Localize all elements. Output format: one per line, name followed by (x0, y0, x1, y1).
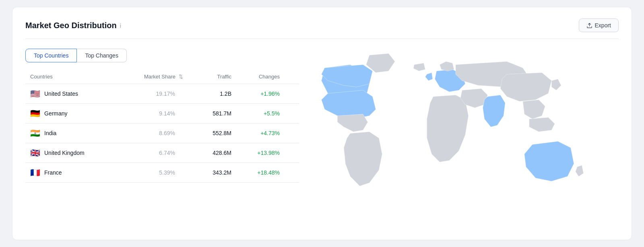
table-row: 🇫🇷 France 5.39% 343.2M +18.48% (25, 163, 299, 183)
col-market-share: Market Share ⇅ (111, 74, 183, 80)
export-label: Export (595, 22, 611, 29)
country-name: France (44, 169, 62, 176)
traffic-value: 343.2M (183, 169, 231, 176)
col-countries: Countries (30, 74, 111, 80)
traffic-value: 581.7M (183, 110, 231, 117)
country-cell: 🇺🇸 United States (30, 90, 111, 98)
left-panel: Top Countries Top Changes Countries Mark… (25, 49, 299, 208)
card-title: Market Geo Distribution (25, 21, 117, 30)
change-value: +1.96% (231, 91, 280, 97)
change-value: +4.73% (231, 130, 280, 136)
change-value: +5.5% (231, 110, 280, 117)
world-map-panel (299, 49, 619, 208)
market-share-value: 5.39% (111, 169, 183, 176)
traffic-value: 428.6M (183, 150, 231, 156)
title-area: Market Geo Distribution i (25, 21, 121, 30)
table-row: 🇺🇸 United States 19.17% 1.2B +1.96% (25, 84, 299, 103)
traffic-value: 552.8M (183, 130, 231, 136)
country-cell: 🇮🇳 India (30, 129, 111, 137)
country-name: Germany (44, 110, 68, 117)
country-cell: 🇫🇷 France (30, 169, 111, 177)
market-share-value: 6.74% (111, 150, 183, 156)
tab-top-changes[interactable]: Top Changes (77, 49, 127, 62)
country-cell: 🇩🇪 Germany (30, 109, 111, 117)
table-row: 🇮🇳 India 8.69% 552.8M +4.73% (25, 123, 299, 143)
world-map (299, 49, 619, 208)
change-value: +18.48% (231, 169, 280, 176)
info-icon[interactable]: i (120, 22, 121, 29)
market-geo-distribution-card: Market Geo Distribution i Export Top Cou… (12, 7, 632, 240)
filter-icon[interactable]: ⇅ (179, 74, 183, 80)
country-cell: 🇬🇧 United Kingdom (30, 149, 111, 157)
table-body: 🇺🇸 United States 19.17% 1.2B +1.96% 🇩🇪 G… (25, 84, 299, 183)
country-name: United Kingdom (44, 150, 85, 156)
flag-fr: 🇫🇷 (30, 169, 40, 177)
table-row: 🇬🇧 United Kingdom 6.74% 428.6M +13.98% (25, 143, 299, 163)
export-button[interactable]: Export (579, 19, 619, 32)
market-share-value: 8.69% (111, 130, 183, 136)
market-share-value: 19.17% (111, 91, 183, 97)
market-share-value: 9.14% (111, 110, 183, 117)
country-name: India (44, 130, 56, 136)
traffic-value: 1.2B (183, 91, 231, 97)
tab-top-countries[interactable]: Top Countries (25, 49, 77, 62)
tab-group: Top Countries Top Changes (25, 49, 299, 62)
flag-in: 🇮🇳 (30, 129, 40, 137)
export-icon (586, 23, 592, 29)
table-header: Countries Market Share ⇅ Traffic Changes (25, 74, 299, 84)
flag-gb: 🇬🇧 (30, 149, 40, 157)
content-area: Top Countries Top Changes Countries Mark… (25, 49, 619, 208)
table-row: 🇩🇪 Germany 9.14% 581.7M +5.5% (25, 103, 299, 123)
col-traffic: Traffic (183, 74, 231, 80)
change-value: +13.98% (231, 150, 280, 156)
flag-us: 🇺🇸 (30, 90, 40, 98)
flag-de: 🇩🇪 (30, 109, 40, 117)
col-changes: Changes (231, 74, 280, 80)
country-name: United States (44, 91, 78, 97)
card-header: Market Geo Distribution i Export (25, 19, 619, 39)
